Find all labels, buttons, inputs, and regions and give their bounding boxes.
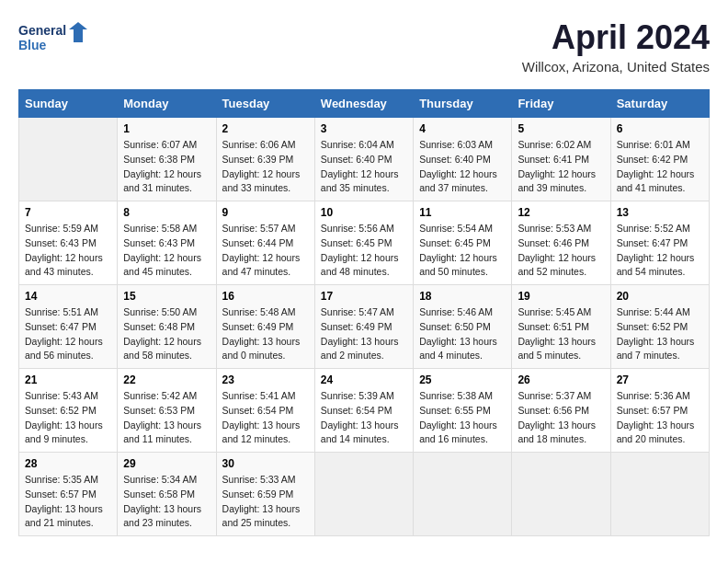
day-info: Sunrise: 5:53 AMSunset: 6:46 PMDaylight:… [518,222,604,280]
day-number: 6 [617,122,703,135]
svg-marker-2 [69,22,87,42]
header-day-wednesday: Wednesday [314,90,413,118]
day-number: 3 [321,122,407,135]
day-info: Sunrise: 5:35 AMSunset: 6:57 PMDaylight:… [25,473,111,531]
day-info: Sunrise: 5:36 AMSunset: 6:57 PMDaylight:… [617,389,703,447]
main-title: April 2024 [522,18,710,57]
calendar-cell [414,453,512,536]
day-info: Sunrise: 6:02 AMSunset: 6:41 PMDaylight:… [518,138,604,196]
calendar-week-1: 1Sunrise: 6:07 AMSunset: 6:38 PMDaylight… [19,118,710,201]
calendar-cell: 27Sunrise: 5:36 AMSunset: 6:57 PMDayligh… [610,369,709,453]
calendar-header: SundayMondayTuesdayWednesdayThursdayFrid… [19,90,710,118]
svg-text:General: General [18,23,66,38]
day-info: Sunrise: 5:33 AMSunset: 6:59 PMDaylight:… [222,473,309,531]
calendar-cell: 24Sunrise: 5:39 AMSunset: 6:54 PMDayligh… [314,369,413,453]
day-info: Sunrise: 6:07 AMSunset: 6:38 PMDaylight:… [123,138,210,196]
calendar-week-3: 14Sunrise: 5:51 AMSunset: 6:47 PMDayligh… [19,285,710,369]
day-info: Sunrise: 5:37 AMSunset: 6:56 PMDaylight:… [518,389,604,447]
day-number: 10 [321,206,407,219]
calendar-cell: 2Sunrise: 6:06 AMSunset: 6:39 PMDaylight… [216,118,314,201]
day-info: Sunrise: 5:47 AMSunset: 6:49 PMDaylight:… [321,305,407,363]
day-number: 28 [25,457,111,470]
day-info: Sunrise: 5:56 AMSunset: 6:45 PMDaylight:… [321,222,407,280]
day-number: 25 [419,373,506,386]
calendar-cell: 23Sunrise: 5:41 AMSunset: 6:54 PMDayligh… [216,369,314,453]
header-day-saturday: Saturday [610,90,709,118]
day-number: 17 [321,290,407,303]
day-info: Sunrise: 5:39 AMSunset: 6:54 PMDaylight:… [321,389,407,447]
calendar-cell: 25Sunrise: 5:38 AMSunset: 6:55 PMDayligh… [414,369,512,453]
calendar-cell: 28Sunrise: 5:35 AMSunset: 6:57 PMDayligh… [19,453,118,536]
calendar-cell: 26Sunrise: 5:37 AMSunset: 6:56 PMDayligh… [512,369,610,453]
day-number: 4 [419,122,506,135]
day-info: Sunrise: 5:52 AMSunset: 6:47 PMDaylight:… [617,222,703,280]
calendar-cell: 6Sunrise: 6:01 AMSunset: 6:42 PMDaylight… [610,118,709,201]
page-header: General Blue April 2024 Willcox, Arizona… [18,18,710,75]
calendar-cell [610,453,709,536]
calendar-body: 1Sunrise: 6:07 AMSunset: 6:38 PMDaylight… [19,118,710,536]
day-info: Sunrise: 5:46 AMSunset: 6:50 PMDaylight:… [419,305,506,363]
logo: General Blue [18,18,92,59]
day-info: Sunrise: 5:38 AMSunset: 6:55 PMDaylight:… [419,389,506,447]
calendar-cell: 1Sunrise: 6:07 AMSunset: 6:38 PMDaylight… [118,118,216,201]
calendar-cell: 20Sunrise: 5:44 AMSunset: 6:52 PMDayligh… [610,285,709,369]
header-day-thursday: Thursday [414,90,512,118]
calendar-cell: 11Sunrise: 5:54 AMSunset: 6:45 PMDayligh… [414,201,512,285]
day-number: 11 [419,206,506,219]
calendar-cell: 22Sunrise: 5:42 AMSunset: 6:53 PMDayligh… [118,369,216,453]
day-info: Sunrise: 5:58 AMSunset: 6:43 PMDaylight:… [123,222,210,280]
day-number: 8 [123,206,210,219]
calendar-cell: 21Sunrise: 5:43 AMSunset: 6:52 PMDayligh… [19,369,118,453]
day-number: 1 [123,122,210,135]
day-info: Sunrise: 5:59 AMSunset: 6:43 PMDaylight:… [25,222,111,280]
day-number: 18 [419,290,506,303]
day-info: Sunrise: 5:48 AMSunset: 6:49 PMDaylight:… [222,305,309,363]
day-info: Sunrise: 5:54 AMSunset: 6:45 PMDaylight:… [419,222,506,280]
calendar-cell: 18Sunrise: 5:46 AMSunset: 6:50 PMDayligh… [414,285,512,369]
header-day-tuesday: Tuesday [216,90,314,118]
day-number: 23 [222,373,309,386]
calendar-cell: 5Sunrise: 6:02 AMSunset: 6:41 PMDaylight… [512,118,610,201]
day-number: 24 [321,373,407,386]
day-info: Sunrise: 5:44 AMSunset: 6:52 PMDaylight:… [617,305,703,363]
day-info: Sunrise: 5:51 AMSunset: 6:47 PMDaylight:… [25,305,111,363]
calendar-week-2: 7Sunrise: 5:59 AMSunset: 6:43 PMDaylight… [19,201,710,285]
day-number: 5 [518,122,604,135]
calendar-cell: 3Sunrise: 6:04 AMSunset: 6:40 PMDaylight… [314,118,413,201]
header-day-sunday: Sunday [19,90,118,118]
calendar-cell [314,453,413,536]
calendar-cell: 13Sunrise: 5:52 AMSunset: 6:47 PMDayligh… [610,201,709,285]
day-number: 14 [25,290,111,303]
day-number: 15 [123,290,210,303]
calendar-table: SundayMondayTuesdayWednesdayThursdayFrid… [18,89,710,536]
day-info: Sunrise: 6:04 AMSunset: 6:40 PMDaylight:… [321,138,407,196]
calendar-cell: 16Sunrise: 5:48 AMSunset: 6:49 PMDayligh… [216,285,314,369]
day-number: 27 [617,373,703,386]
calendar-cell: 17Sunrise: 5:47 AMSunset: 6:49 PMDayligh… [314,285,413,369]
day-info: Sunrise: 6:01 AMSunset: 6:42 PMDaylight:… [617,138,703,196]
calendar-cell: 9Sunrise: 5:57 AMSunset: 6:44 PMDaylight… [216,201,314,285]
calendar-cell: 29Sunrise: 5:34 AMSunset: 6:58 PMDayligh… [118,453,216,536]
calendar-cell: 14Sunrise: 5:51 AMSunset: 6:47 PMDayligh… [19,285,118,369]
calendar-cell [512,453,610,536]
day-info: Sunrise: 5:43 AMSunset: 6:52 PMDaylight:… [25,389,111,447]
calendar-cell: 30Sunrise: 5:33 AMSunset: 6:59 PMDayligh… [216,453,314,536]
day-number: 2 [222,122,309,135]
day-number: 21 [25,373,111,386]
calendar-week-4: 21Sunrise: 5:43 AMSunset: 6:52 PMDayligh… [19,369,710,453]
svg-text:Blue: Blue [18,38,47,52]
subtitle: Willcox, Arizona, United States [522,59,710,75]
day-info: Sunrise: 6:03 AMSunset: 6:40 PMDaylight:… [419,138,506,196]
day-info: Sunrise: 5:50 AMSunset: 6:48 PMDaylight:… [123,305,210,363]
day-number: 22 [123,373,210,386]
day-info: Sunrise: 5:45 AMSunset: 6:51 PMDaylight:… [518,305,604,363]
calendar-cell: 15Sunrise: 5:50 AMSunset: 6:48 PMDayligh… [118,285,216,369]
header-day-monday: Monday [118,90,216,118]
logo-svg: General Blue [18,18,92,59]
calendar-cell: 7Sunrise: 5:59 AMSunset: 6:43 PMDaylight… [19,201,118,285]
day-number: 13 [617,206,703,219]
calendar-cell: 12Sunrise: 5:53 AMSunset: 6:46 PMDayligh… [512,201,610,285]
day-number: 19 [518,290,604,303]
day-info: Sunrise: 5:41 AMSunset: 6:54 PMDaylight:… [222,389,309,447]
day-number: 12 [518,206,604,219]
